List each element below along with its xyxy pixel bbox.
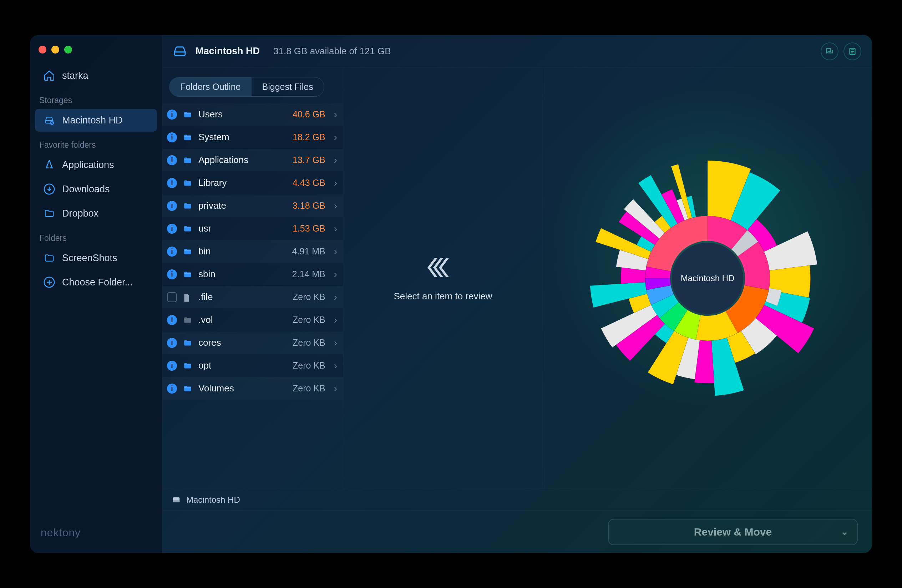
folder-row[interactable]: ibin4.91 MB› xyxy=(162,240,343,263)
folder-icon xyxy=(182,133,193,142)
folder-icon xyxy=(182,361,193,371)
row-name: .file xyxy=(198,291,277,303)
row-name: bin xyxy=(198,246,277,257)
folder-row[interactable]: iLibrary4.43 GB› xyxy=(162,172,343,194)
sunburst-chart[interactable]: Macintosh HD xyxy=(583,153,832,403)
row-name: private xyxy=(198,200,277,211)
chevron-right-icon: › xyxy=(330,269,337,280)
chevron-right-icon: › xyxy=(330,246,337,257)
disk-name: Macintosh HD xyxy=(196,46,260,57)
folder-icon xyxy=(43,207,56,220)
chevron-right-icon: › xyxy=(330,360,337,371)
folder-row[interactable]: ioptZero KB› xyxy=(162,354,343,377)
zoom-window[interactable] xyxy=(64,46,72,53)
footer: Review & Move ⌄ xyxy=(162,510,872,553)
folder-icon xyxy=(182,178,193,188)
chevron-right-icon: › xyxy=(330,337,337,349)
row-size: Zero KB xyxy=(283,315,326,325)
list-button[interactable] xyxy=(844,42,861,60)
sidebar-item-applications[interactable]: Applications xyxy=(35,153,157,176)
section-favorites-heading: Favorite folders xyxy=(30,132,162,153)
folder-icon xyxy=(182,338,193,347)
chevron-down-icon: ⌄ xyxy=(841,526,849,537)
folder-icon xyxy=(182,270,193,279)
folder-icon xyxy=(182,247,193,256)
row-name: System xyxy=(198,132,277,143)
folder-row[interactable]: i.volZero KB› xyxy=(162,309,343,332)
tab-biggest-files[interactable]: Biggest Files xyxy=(252,77,324,96)
row-name: usr xyxy=(198,223,277,234)
sidebar-item-home[interactable]: starka xyxy=(35,64,157,87)
row-name: .vol xyxy=(198,314,277,325)
review-move-label: Review & Move xyxy=(694,526,772,538)
plus-icon xyxy=(43,276,56,289)
info-icon[interactable]: i xyxy=(167,383,177,394)
path-crumb[interactable]: Macintosh HD xyxy=(186,495,240,505)
tab-folders-outline[interactable]: Folders Outline xyxy=(169,77,252,96)
row-name: Applications xyxy=(198,155,277,166)
folder-icon xyxy=(182,201,193,211)
arrows-left-icon xyxy=(425,253,461,283)
sidebar-folder-label: Choose Folder... xyxy=(62,277,133,288)
info-icon[interactable]: i xyxy=(167,109,177,119)
review-move-button[interactable]: Review & Move ⌄ xyxy=(608,519,858,545)
sidebar-folder-label: ScreenShots xyxy=(62,253,117,264)
folder-row[interactable]: iVolumesZero KB› xyxy=(162,377,343,400)
folder-row[interactable]: iusr1.53 GB› xyxy=(162,217,343,240)
row-name: sbin xyxy=(198,269,277,280)
row-name: cores xyxy=(198,337,277,348)
folder-icon xyxy=(182,384,193,393)
info-icon[interactable]: i xyxy=(167,247,177,256)
folder-row[interactable]: iApplications13.7 GB› xyxy=(162,149,343,172)
info-icon[interactable]: i xyxy=(167,132,177,142)
sidebar-item-storage-macintosh-hd[interactable]: Macintosh HD xyxy=(35,109,157,132)
path-bar: Macintosh HD xyxy=(162,489,872,510)
main-area: Macintosh HD 31.8 GB available of 121 GB xyxy=(162,35,872,553)
folder-list: iUsers40.6 GB›iSystem18.2 GB›iApplicatio… xyxy=(162,103,343,489)
info-icon[interactable]: i xyxy=(167,155,177,165)
checkbox[interactable] xyxy=(167,292,177,302)
info-icon[interactable]: i xyxy=(167,315,177,325)
close-window[interactable] xyxy=(39,46,46,53)
folder-row[interactable]: icoresZero KB› xyxy=(162,332,343,354)
sidebar: starka Storages Macintosh HD Favorite fo… xyxy=(30,35,162,553)
info-icon[interactable]: i xyxy=(167,338,177,348)
sidebar-item-screenshots[interactable]: ScreenShots xyxy=(35,247,157,269)
detail-column: Select an item to review xyxy=(343,68,543,489)
info-icon[interactable]: i xyxy=(167,224,177,234)
info-icon[interactable]: i xyxy=(167,269,177,279)
folder-icon xyxy=(182,316,193,325)
folder-row[interactable]: iprivate3.18 GB› xyxy=(162,194,343,217)
section-storages-heading: Storages xyxy=(30,88,162,108)
folder-icon xyxy=(182,224,193,233)
app-store-icon xyxy=(43,158,56,171)
folder-row[interactable]: .fileZero KB› xyxy=(162,286,343,309)
row-size: 18.2 GB xyxy=(283,132,326,142)
minimize-window[interactable] xyxy=(52,46,59,53)
chevron-right-icon: › xyxy=(330,291,337,303)
info-icon[interactable]: i xyxy=(167,178,177,188)
row-name: Library xyxy=(198,177,277,188)
info-icon[interactable]: i xyxy=(167,361,177,371)
row-size: 4.91 MB xyxy=(283,246,326,256)
sidebar-item-dropbox[interactable]: Dropbox xyxy=(35,202,157,225)
row-name: Users xyxy=(198,109,277,120)
download-icon xyxy=(43,183,56,195)
sidebar-home-label: starka xyxy=(62,70,88,81)
sidebar-item-choose-folder[interactable]: Choose Folder... xyxy=(35,271,157,294)
sidebar-item-downloads[interactable]: Downloads xyxy=(35,178,157,200)
row-name: opt xyxy=(198,360,277,371)
drive-small-icon xyxy=(171,495,181,505)
chat-button[interactable] xyxy=(821,42,838,60)
info-icon[interactable]: i xyxy=(167,201,177,211)
row-size: Zero KB xyxy=(283,338,326,348)
folder-row[interactable]: iUsers40.6 GB› xyxy=(162,103,343,126)
row-name: Volumes xyxy=(198,383,277,394)
folder-row[interactable]: isbin2.14 MB› xyxy=(162,263,343,286)
sidebar-favorite-label: Dropbox xyxy=(62,208,99,219)
chevron-right-icon: › xyxy=(330,155,337,166)
row-size: 4.43 GB xyxy=(283,178,326,188)
folder-row[interactable]: iSystem18.2 GB› xyxy=(162,126,343,149)
sidebar-favorite-label: Downloads xyxy=(62,184,110,195)
disk-availability: 31.8 GB available of 121 GB xyxy=(273,46,391,57)
